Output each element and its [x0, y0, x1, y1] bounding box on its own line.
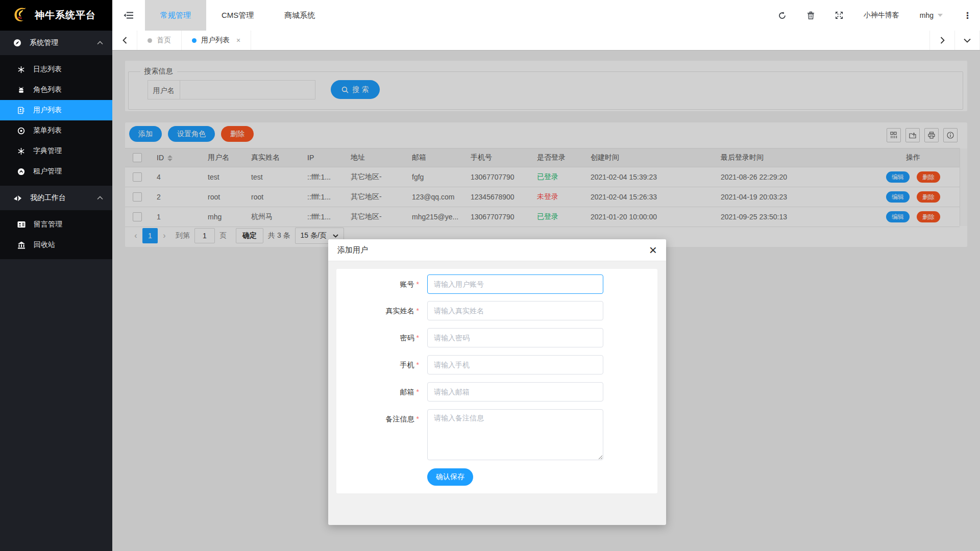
close-tab-icon[interactable]: × [236, 36, 240, 44]
android-icon [17, 86, 25, 94]
page-tab-user-list[interactable]: 用户列表 × [182, 31, 251, 50]
collapse-sidebar-icon[interactable] [112, 0, 145, 31]
required-mark: * [416, 307, 419, 315]
top-nav-tab-general[interactable]: 常规管理 [145, 0, 206, 31]
snowflake-icon [17, 66, 25, 73]
username: mhg [920, 11, 934, 19]
email-label: 邮箱 [400, 388, 414, 396]
sidebar-item-dictionary[interactable]: 字典管理 [0, 141, 112, 161]
password-label: 密码 [400, 334, 414, 342]
realname-label: 真实姓名 [386, 307, 414, 315]
wings-icon [13, 194, 22, 202]
chevron-down-icon [938, 14, 943, 17]
trash-icon[interactable] [807, 11, 815, 19]
phone-input[interactable] [427, 355, 603, 374]
brand-bird-logo-icon [11, 7, 29, 24]
brand[interactable]: 神牛系统平台 [0, 0, 112, 31]
chevron-up-icon [97, 41, 103, 45]
sidebar-submenu-workbench: 留言管理 回收站 [0, 210, 112, 259]
realname-input[interactable] [427, 301, 603, 320]
account-label: 账号 [400, 280, 414, 288]
topbar-right: 小神牛博客 mhg ⋮ [778, 10, 980, 21]
page-tab-label: 用户列表 [201, 36, 230, 45]
sidebar-item-label: 角色列表 [33, 85, 62, 94]
password-input[interactable] [427, 328, 603, 347]
sidebar-item-menus[interactable]: 菜单列表 [0, 120, 112, 141]
modal-title: 添加用户 [337, 245, 368, 255]
add-user-modal: 添加用户 × 账号* 真实姓名* 密码* 手机* 邮箱* 备注信息* 确认保存 [328, 239, 666, 525]
sidebar-item-label: 用户列表 [33, 106, 62, 115]
modal-header: 添加用户 × [328, 239, 666, 261]
sidebar-group-system[interactable]: 系统管理 [0, 31, 112, 55]
sidebar-group-label: 系统管理 [30, 38, 58, 47]
sidebar-item-label: 回收站 [34, 240, 55, 249]
sidebar-item-label: 租户管理 [33, 167, 62, 176]
remark-label: 备注信息 [386, 415, 414, 423]
sidebar-item-label: 菜单列表 [33, 126, 62, 135]
tabs-scroll-right-icon[interactable] [929, 31, 954, 50]
blog-link[interactable]: 小神牛博客 [864, 11, 899, 20]
required-mark: * [416, 334, 419, 342]
sidebar: 神牛系统平台 系统管理 日志列表 角色列表 用户列表 [0, 0, 112, 551]
sidebar-item-users[interactable]: 用户列表 [0, 100, 112, 120]
account-input[interactable] [427, 274, 603, 294]
phone-label: 手机 [400, 361, 414, 369]
fullscreen-icon[interactable] [835, 11, 843, 19]
page-tab-home[interactable]: 首页 [137, 31, 182, 50]
tab-dot-icon [192, 38, 197, 43]
top-nav-tab-mall[interactable]: 商城系统 [269, 0, 330, 31]
refresh-icon[interactable] [778, 11, 787, 20]
required-mark: * [416, 280, 419, 288]
more-options-icon[interactable]: ⋮ [963, 10, 972, 21]
tab-dot-icon [148, 38, 152, 43]
topbar: 常规管理 CMS管理 商城系统 小神牛博客 mhg ⋮ [112, 0, 980, 31]
snowflake-icon [17, 147, 25, 155]
sidebar-item-logs[interactable]: 日志列表 [0, 59, 112, 80]
remark-textarea[interactable] [427, 409, 603, 460]
close-modal-icon[interactable]: × [649, 245, 657, 255]
sidebar-item-roles[interactable]: 角色列表 [0, 80, 112, 100]
idcard-icon [17, 221, 26, 228]
tabs-menu-icon[interactable] [954, 31, 980, 50]
contacts-icon [17, 107, 25, 114]
sidebar-item-recycle-bin[interactable]: 回收站 [0, 235, 112, 255]
record-icon [17, 127, 25, 135]
sidebar-item-messages[interactable]: 留言管理 [0, 214, 112, 235]
bank-icon [17, 241, 26, 249]
sidebar-item-label: 日志列表 [33, 65, 62, 74]
sidebar-group-label: 我的工作台 [30, 193, 66, 203]
user-menu[interactable]: mhg [920, 11, 943, 19]
confirm-save-button[interactable]: 确认保存 [427, 468, 473, 486]
circle-up-icon [17, 168, 25, 176]
page-tab-label: 首页 [157, 36, 171, 45]
sidebar-group-workbench[interactable]: 我的工作台 [0, 186, 112, 210]
add-user-form: 账号* 真实姓名* 密码* 手机* 邮箱* 备注信息* 确认保存 [336, 269, 657, 493]
sidebar-item-label: 字典管理 [33, 146, 62, 156]
brand-title: 神牛系统平台 [35, 9, 96, 22]
tabs-scroll-left-icon[interactable] [112, 31, 137, 50]
email-input[interactable] [427, 382, 603, 402]
top-nav-tab-cms[interactable]: CMS管理 [206, 0, 269, 31]
sidebar-item-label: 留言管理 [34, 220, 62, 229]
required-mark: * [416, 388, 419, 396]
sidebar-item-tenants[interactable]: 租户管理 [0, 161, 112, 182]
required-mark: * [416, 415, 419, 423]
page-tabbar: 首页 用户列表 × [112, 31, 980, 51]
chevron-up-icon [97, 196, 103, 200]
required-mark: * [416, 361, 419, 369]
sidebar-submenu-system: 日志列表 角色列表 用户列表 菜单列表 字典管理 [0, 55, 112, 186]
compass-icon [13, 39, 21, 47]
